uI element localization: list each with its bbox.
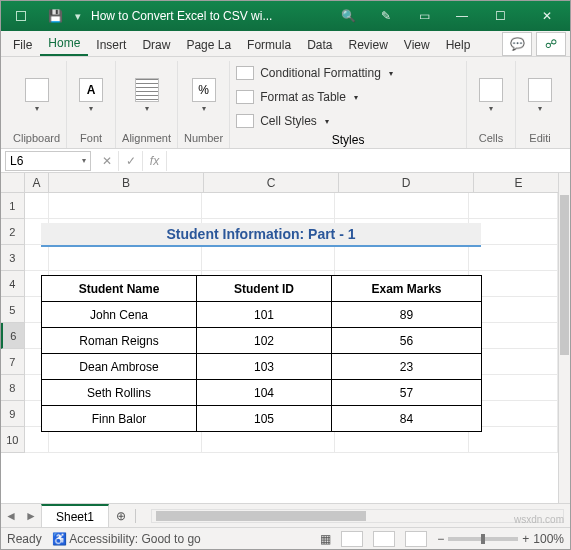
cell[interactable] [335,271,469,297]
row-header[interactable]: 10 [1,427,25,453]
font-button[interactable]: A▾ [73,74,109,118]
pagelayout-view-button[interactable] [373,531,395,547]
tab-draw[interactable]: Draw [134,33,178,56]
pagebreak-view-button[interactable] [405,531,427,547]
cells-button[interactable]: ▾ [473,74,509,118]
cell[interactable] [335,323,469,349]
ribbon-options-icon[interactable]: ▭ [410,1,438,31]
cell[interactable] [202,219,336,245]
format-as-table-button[interactable]: Format as Table▾ [236,85,460,109]
cell[interactable] [335,427,469,453]
cell[interactable] [49,349,202,375]
cell[interactable] [469,401,558,427]
formula-input[interactable] [167,151,570,171]
tab-view[interactable]: View [396,33,438,56]
tab-file[interactable]: File [5,33,40,56]
paste-button[interactable]: ▾ [19,74,55,118]
row-header[interactable]: 9 [1,401,25,427]
cell[interactable] [335,297,469,323]
cell[interactable] [25,323,49,349]
name-box[interactable]: L6▾ [5,151,91,171]
cell[interactable] [202,427,336,453]
tab-review[interactable]: Review [340,33,395,56]
zoom-out-button[interactable]: − [437,532,444,546]
row-header[interactable]: 2 [1,219,25,245]
fx-icon[interactable]: fx [143,151,167,171]
worksheet-grid[interactable]: ABCDE 12345678910Student Information: Pa… [1,173,570,503]
accessibility-status[interactable]: ♿ Accessibility: Good to go [52,532,201,546]
tab-data[interactable]: Data [299,33,340,56]
row-header[interactable]: 6 [1,323,25,349]
cell[interactable] [25,297,49,323]
col-header-E[interactable]: E [474,173,564,192]
tab-pagelayout[interactable]: Page La [178,33,239,56]
cell[interactable] [335,245,469,271]
cell[interactable] [49,219,202,245]
cell[interactable] [335,401,469,427]
number-button[interactable]: %▾ [186,74,222,118]
cell[interactable] [25,245,49,271]
cell[interactable] [202,297,336,323]
col-header-A[interactable]: A [25,173,49,192]
tab-nav-prev-icon[interactable]: ◄ [1,506,21,526]
alignment-button[interactable]: ▾ [129,74,165,118]
cell[interactable] [469,245,558,271]
row-header[interactable]: 8 [1,375,25,401]
comments-button[interactable]: 💬 [502,32,532,56]
zoom-slider[interactable] [448,537,518,541]
row-header[interactable]: 4 [1,271,25,297]
tab-insert[interactable]: Insert [88,33,134,56]
cell[interactable] [25,375,49,401]
autosave-icon[interactable] [7,1,35,31]
close-button[interactable]: ✕ [524,1,570,31]
row-header[interactable]: 5 [1,297,25,323]
cell[interactable] [469,219,558,245]
cell[interactable] [469,427,558,453]
cell[interactable] [49,193,202,219]
cell[interactable] [49,401,202,427]
maximize-button[interactable]: ☐ [486,1,514,31]
col-header-B[interactable]: B [49,173,204,192]
col-header-D[interactable]: D [339,173,474,192]
tab-formulas[interactable]: Formula [239,33,299,56]
cell[interactable] [202,349,336,375]
cell[interactable] [469,323,558,349]
col-header-C[interactable]: C [204,173,339,192]
cell-styles-button[interactable]: Cell Styles▾ [236,109,460,133]
cell[interactable] [202,245,336,271]
row-header[interactable]: 7 [1,349,25,375]
search-icon[interactable]: 🔍 [334,1,362,31]
cell[interactable] [202,193,336,219]
cell[interactable] [202,375,336,401]
cell[interactable] [202,271,336,297]
cell[interactable] [25,427,49,453]
cell[interactable] [25,401,49,427]
vertical-scrollbar[interactable] [558,173,570,503]
row-header[interactable]: 1 [1,193,25,219]
cell[interactable] [335,349,469,375]
cell[interactable] [49,271,202,297]
enter-formula-icon[interactable]: ✓ [119,151,143,171]
cell[interactable] [25,219,49,245]
zoom-control[interactable]: − + 100% [437,532,564,546]
tab-help[interactable]: Help [438,33,479,56]
conditional-formatting-button[interactable]: Conditional Formatting▾ [236,61,460,85]
sheet-tab-active[interactable]: Sheet1 [41,504,109,528]
cell[interactable] [49,323,202,349]
cell[interactable] [25,349,49,375]
horizontal-scrollbar[interactable] [151,509,564,523]
cell[interactable] [49,245,202,271]
row-header[interactable]: 3 [1,245,25,271]
save-icon[interactable]: 💾 [41,1,69,31]
cell[interactable] [335,375,469,401]
minimize-button[interactable]: — [448,1,476,31]
cell[interactable] [25,271,49,297]
display-settings-icon[interactable]: ▦ [320,532,331,546]
tab-nav-next-icon[interactable]: ► [21,506,41,526]
zoom-level[interactable]: 100% [533,532,564,546]
cell[interactable] [49,297,202,323]
share-button[interactable]: ☍ [536,32,566,56]
cell[interactable] [469,271,558,297]
editing-button[interactable]: ▾ [522,74,558,118]
cell[interactable] [469,297,558,323]
